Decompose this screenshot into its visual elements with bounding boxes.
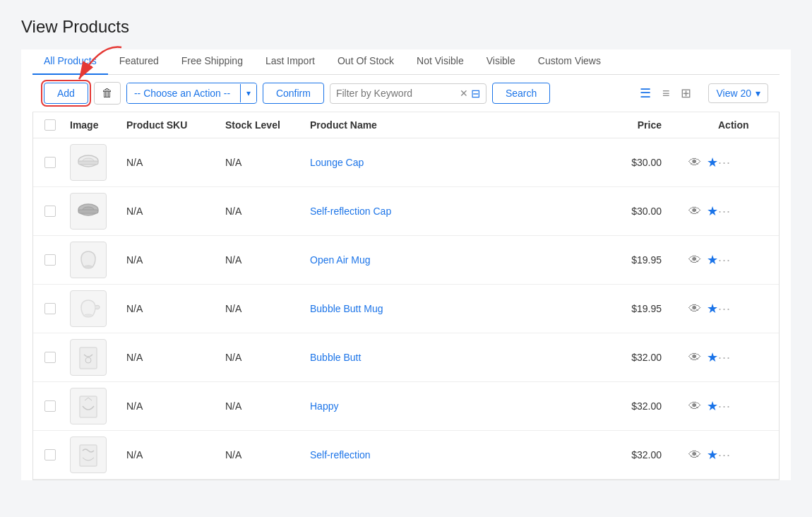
page-title: View Products [21, 17, 791, 37]
action-select-arrow-icon: ▾ [240, 84, 256, 102]
row-4-more-icon[interactable]: ··· [718, 302, 731, 316]
row-3-name-link[interactable]: Open Air Mug [310, 254, 371, 266]
row-2-eye-icon[interactable]: 👁 [688, 204, 701, 219]
row-4-star-icon[interactable]: ★ [707, 301, 718, 316]
toolbar: Add 🗑 -- Choose an Action -- Delete Sele… [32, 75, 780, 112]
row-2-star-icon[interactable]: ★ [707, 203, 718, 219]
row-2-name-link[interactable]: Self-reflection Cap [310, 206, 391, 217]
row-2-more-icon[interactable]: ··· [718, 204, 731, 218]
row-4-stock: N/A [225, 303, 310, 314]
row-3-price: $19.95 [591, 254, 662, 266]
row-7-name-link[interactable]: Self-reflection [310, 449, 371, 460]
row-1-stock: N/A [225, 157, 310, 168]
row-7-more-icon[interactable]: ··· [718, 448, 731, 462]
row-checkbox [44, 157, 70, 168]
search-button[interactable]: Search [492, 83, 550, 104]
select-all-checkbox[interactable] [44, 119, 56, 131]
row-2-sku: N/A [126, 206, 225, 217]
row-5-star-icon[interactable]: ★ [707, 350, 718, 365]
table-header: Image Product SKU Stock Level Product Na… [33, 112, 779, 138]
row-4-eye-icon[interactable]: 👁 [688, 302, 701, 316]
row-1-image [70, 144, 126, 181]
row-5-checkbox[interactable] [44, 352, 56, 363]
row-7-sku: N/A [126, 449, 225, 460]
row-5-name-link[interactable]: Bubble Butt [310, 352, 361, 363]
action-select[interactable]: -- Choose an Action -- Delete Selected E… [127, 83, 240, 103]
tab-last-import[interactable]: Last Import [254, 49, 326, 75]
svg-point-7 [84, 266, 92, 268]
row-1-checkbox[interactable] [44, 157, 56, 168]
row-4-checkbox[interactable] [44, 303, 56, 314]
row-2-actions: 👁 ★ [662, 203, 718, 219]
row-5-image [70, 339, 126, 376]
list-view-2-icon[interactable]: ≡ [659, 85, 673, 102]
row-6-star-icon[interactable]: ★ [707, 398, 718, 414]
tab-free-shipping[interactable]: Free Shipping [170, 49, 254, 75]
row-1-name: Lounge Cap [310, 157, 591, 168]
header-price: Price [591, 119, 662, 131]
row-2-image [70, 193, 126, 230]
row-1-eye-icon[interactable]: 👁 [688, 155, 701, 170]
row-6-checkbox[interactable] [44, 400, 56, 412]
row-6-eye-icon[interactable]: 👁 [688, 399, 701, 414]
row-4-actions: 👁 ★ [662, 301, 718, 316]
table-row: N/A N/A Self-reflection $32.00 👁 ★ ··· [33, 431, 779, 480]
header-action: Action [718, 119, 768, 131]
row-4-name-link[interactable]: Bubble Butt Mug [310, 303, 383, 314]
svg-rect-9 [80, 347, 97, 369]
row-6-price: $32.00 [591, 400, 662, 412]
header-sku: Product SKU [126, 119, 225, 131]
tab-visible[interactable]: Visible [475, 49, 527, 75]
row-2-stock: N/A [225, 206, 310, 217]
row-1-more-icon[interactable]: ··· [718, 155, 731, 170]
tab-not-visible[interactable]: Not Visible [405, 49, 475, 75]
grid-view-icon[interactable]: ⊞ [678, 84, 694, 102]
row-7-actions: 👁 ★ [662, 447, 718, 463]
filter-options-icon[interactable]: ⊟ [471, 87, 480, 100]
row-6-stock: N/A [225, 400, 310, 412]
filter-clear-icon[interactable]: ✕ [460, 88, 468, 99]
header-checkbox-col [44, 119, 70, 131]
row-3-more-icon[interactable]: ··· [718, 253, 731, 267]
tab-out-of-stock[interactable]: Out Of Stock [326, 49, 405, 75]
row-3-image [70, 242, 126, 278]
row-7-checkbox[interactable] [44, 449, 56, 460]
table-row: N/A N/A Open Air Mug $19.95 👁 ★ ··· [33, 236, 779, 285]
view-count-label: View 20 [716, 88, 751, 99]
svg-rect-11 [80, 396, 97, 417]
filter-input-wrapper: ✕ ⊟ [330, 83, 486, 104]
row-3-eye-icon[interactable]: 👁 [688, 253, 701, 268]
row-4-price: $19.95 [591, 303, 662, 314]
tab-featured[interactable]: Featured [108, 49, 170, 75]
tab-all-products[interactable]: All Products [32, 49, 108, 75]
row-2-checkbox[interactable] [44, 206, 56, 217]
tab-custom-views[interactable]: Custom Views [527, 49, 612, 75]
products-table: Image Product SKU Stock Level Product Na… [32, 112, 780, 480]
row-5-eye-icon[interactable]: 👁 [688, 350, 701, 365]
view-count-button[interactable]: View 20 ▾ [708, 83, 768, 103]
add-button[interactable]: Add [44, 83, 88, 104]
row-3-star-icon[interactable]: ★ [707, 252, 718, 268]
table-row: N/A N/A Self-reflection Cap $30.00 👁 ★ ·… [33, 187, 779, 236]
list-view-1-icon[interactable]: ☰ [637, 84, 654, 102]
trash-icon: 🗑 [102, 87, 113, 99]
row-5-more-icon[interactable]: ··· [718, 350, 731, 364]
row-5-sku: N/A [126, 352, 225, 363]
row-7-star-icon[interactable]: ★ [707, 447, 718, 463]
row-6-name-link[interactable]: Happy [310, 400, 338, 412]
row-1-name-link[interactable]: Lounge Cap [310, 157, 364, 168]
filter-keyword-input[interactable] [336, 88, 460, 99]
confirm-button[interactable]: Confirm [263, 83, 324, 104]
row-1-sku: N/A [126, 157, 225, 168]
row-7-eye-icon[interactable]: 👁 [688, 448, 701, 463]
row-1-price: $30.00 [591, 157, 662, 168]
view-count-chevron-icon: ▾ [756, 88, 760, 99]
row-3-checkbox[interactable] [44, 254, 56, 266]
row-7-price: $32.00 [591, 449, 662, 460]
table-row: N/A N/A Lounge Cap $30.00 👁 ★ ··· [33, 138, 779, 187]
delete-button[interactable]: 🗑 [94, 82, 121, 105]
row-6-more-icon[interactable]: ··· [718, 399, 731, 413]
row-1-star-icon[interactable]: ★ [707, 155, 718, 170]
view-icons-group: ☰ ≡ ⊞ [637, 84, 695, 102]
row-1-more: ··· [718, 155, 768, 170]
